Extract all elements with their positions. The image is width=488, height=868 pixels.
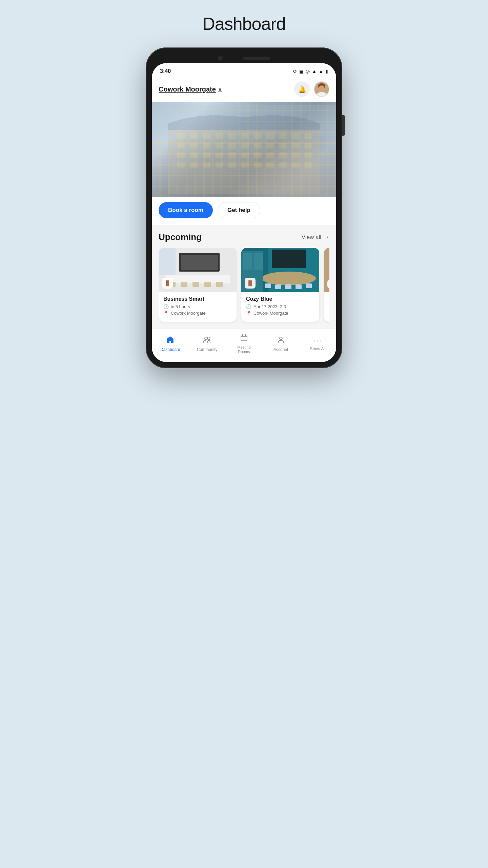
svg-point-80: [280, 337, 282, 340]
view-all-label: View all: [302, 234, 321, 241]
room-type-icon-3: 🚪: [327, 280, 329, 289]
cta-area: Book a room Get help: [152, 197, 336, 225]
phone-notch: [152, 54, 336, 63]
status-bar: 3:40 ⟳ ▣ ◎ ▲ ▲ ▮: [152, 63, 336, 78]
chevron-down-icon: ∨: [218, 86, 222, 93]
avatar-image: [314, 82, 329, 96]
nav-label-account: Account: [273, 347, 288, 352]
svg-rect-63: [265, 283, 271, 288]
svg-rect-43: [228, 162, 236, 168]
room-card-1-time-value: in 5 hours: [171, 304, 190, 309]
svg-point-74: [205, 337, 207, 340]
upcoming-title: Upcoming: [159, 232, 202, 242]
nav-label-show-all: Show All: [310, 347, 326, 351]
room-card-1-image: 🚪: [159, 248, 237, 292]
nav-item-meeting-rooms[interactable]: MeetingRooms: [232, 332, 256, 355]
location-icon-2: 📍: [246, 311, 251, 316]
page-title: Dashboard: [202, 14, 285, 34]
svg-rect-48: [292, 162, 300, 168]
room-card-2-body: Cozy Blue 🕐 Apr 17 2023, 2:0... 📍 Cowork…: [241, 292, 319, 322]
location-selector[interactable]: Cowork Moorgate ∨: [159, 85, 222, 93]
svg-rect-26: [292, 143, 300, 149]
nav-item-account[interactable]: Account: [269, 334, 293, 353]
speaker-grille: [243, 57, 270, 60]
room-card-2-location-value: Cowork Moorgate: [253, 311, 288, 316]
svg-rect-33: [241, 152, 249, 158]
nav-item-dashboard[interactable]: Dashboard: [158, 334, 182, 353]
svg-rect-16: [304, 133, 312, 139]
svg-rect-41: [203, 162, 210, 168]
wifi-icon: ▲: [312, 68, 317, 74]
svg-rect-44: [241, 162, 249, 168]
clock-icon-2: 🕐: [246, 304, 251, 309]
nav-label-community: Community: [197, 347, 218, 352]
svg-rect-27: [304, 143, 312, 149]
header-actions: 🔔: [294, 81, 329, 97]
svg-rect-18: [190, 143, 198, 149]
signal-icon: ▲: [319, 68, 323, 74]
svg-rect-20: [216, 143, 223, 149]
svg-rect-66: [296, 284, 302, 289]
nav-item-show-all[interactable]: ··· Show All: [306, 335, 330, 353]
nav-label-dashboard: Dashboard: [160, 347, 180, 352]
svg-rect-11: [241, 133, 249, 139]
svg-point-2: [319, 85, 325, 92]
svg-rect-14: [279, 133, 287, 139]
room-card-2-location: 📍 Cowork Moorgate: [246, 311, 314, 316]
app-icon-3: ◎: [306, 68, 310, 74]
room-card-3-image: 🚪: [324, 248, 329, 292]
nav-item-community[interactable]: Community: [195, 334, 219, 353]
location-icon-1: 📍: [163, 311, 169, 316]
phone-frame: 3:40 ⟳ ▣ ◎ ▲ ▲ ▮ Cowork Moorgate ∨ 🔔: [146, 47, 342, 368]
room-card-1-time: 🕐 in 5 hours: [163, 304, 232, 309]
nav-label-meeting-rooms: MeetingRooms: [237, 345, 250, 354]
svg-rect-23: [253, 143, 261, 149]
account-icon: [277, 336, 285, 346]
bottom-navigation: Dashboard Community: [152, 329, 336, 362]
svg-rect-30: [203, 152, 210, 158]
svg-rect-76: [241, 335, 247, 341]
svg-rect-40: [190, 162, 198, 168]
arrow-right-icon: →: [323, 234, 329, 241]
community-icon: [203, 336, 211, 346]
svg-rect-7: [190, 133, 198, 139]
room-card-1[interactable]: 🚪 Business Smart 🕐 in 5 hours 📍 Cowork M…: [159, 248, 237, 322]
upcoming-cards-list: 🚪 Business Smart 🕐 in 5 hours 📍 Cowork M…: [159, 248, 329, 325]
room-card-2-time-value: Apr 17 2023, 2:0...: [253, 304, 290, 309]
svg-rect-34: [253, 152, 261, 158]
avatar[interactable]: [314, 81, 329, 97]
svg-rect-31: [216, 152, 223, 158]
svg-rect-49: [304, 162, 312, 168]
status-time: 3:40: [160, 68, 171, 74]
status-icons: ⟳ ▣ ◎ ▲ ▲ ▮: [293, 68, 328, 74]
svg-rect-68: [272, 250, 306, 268]
svg-rect-46: [266, 162, 274, 168]
room-card-2[interactable]: 🚪 Cozy Blue 🕐 Apr 17 2023, 2:0... 📍 Cowo…: [241, 248, 319, 322]
svg-rect-53: [181, 282, 187, 287]
upcoming-section: Upcoming View all →: [152, 225, 336, 329]
room-card-1-location-value: Cowork Moorgate: [171, 311, 206, 316]
room-card-2-name: Cozy Blue: [246, 296, 314, 302]
book-room-button[interactable]: Book a room: [159, 202, 213, 218]
svg-rect-15: [292, 133, 300, 139]
view-all-link[interactable]: View all →: [302, 234, 329, 241]
svg-rect-24: [266, 143, 274, 149]
notification-bell-button[interactable]: 🔔: [294, 81, 310, 97]
room-card-2-time: 🕐 Apr 17 2023, 2:0...: [246, 304, 314, 309]
svg-rect-17: [177, 143, 185, 149]
svg-rect-25: [279, 143, 287, 149]
calendar-icon: [240, 334, 248, 344]
svg-rect-10: [228, 133, 236, 139]
building-svg: [152, 102, 336, 197]
svg-rect-58: [181, 255, 218, 270]
svg-rect-6: [177, 133, 185, 139]
room-card-3-partial[interactable]: 🚪: [324, 248, 329, 322]
svg-rect-64: [275, 284, 281, 289]
svg-rect-12: [253, 133, 261, 139]
svg-rect-47: [279, 162, 287, 168]
svg-rect-19: [203, 143, 210, 149]
room-card-1-name: Business Smart: [163, 296, 232, 302]
svg-rect-32: [228, 152, 236, 158]
get-help-button[interactable]: Get help: [218, 202, 260, 218]
clock-icon-1: 🕐: [163, 304, 169, 309]
